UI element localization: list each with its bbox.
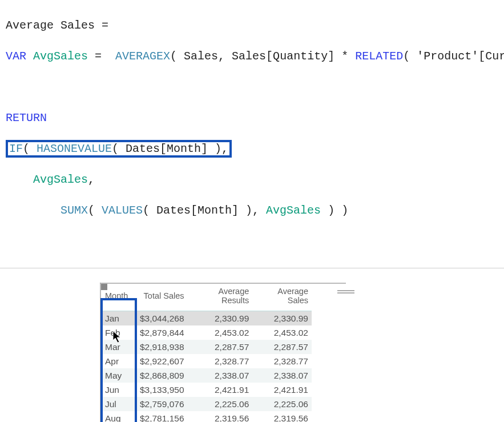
cell-average-sales: 2,421.91 xyxy=(252,383,312,397)
table-row[interactable]: Mar$2,918,9382,287.572,287.57 xyxy=(100,340,312,354)
cell-month: Feb xyxy=(100,325,131,340)
table-row[interactable]: Apr$2,922,6072,328.772,328.77 xyxy=(100,354,312,368)
code-token: = xyxy=(88,50,108,63)
col-total-sales[interactable]: Total Sales xyxy=(131,283,187,311)
cell-month: Jan xyxy=(100,311,131,326)
cell-average-sales: 2,319.56 xyxy=(252,411,312,422)
cell-average-sales: 2,338.07 xyxy=(252,368,312,383)
code-func-if: IF xyxy=(9,142,23,155)
code-variable: AvgSales xyxy=(26,50,88,63)
cell-average-sales: 2,225.06 xyxy=(252,397,312,411)
cell-average-results: 2,287.57 xyxy=(188,340,253,354)
cell-average-sales: 2,453.02 xyxy=(252,325,312,340)
cell-month: Apr xyxy=(100,354,131,368)
col-average-sales[interactable]: Average Sales xyxy=(252,283,312,311)
code-keyword-var: VAR xyxy=(6,50,26,63)
cell-total-sales: $2,868,809 xyxy=(131,368,187,383)
code-token: ) ) xyxy=(321,204,348,217)
table-row[interactable]: Jan$3,044,2682,330.992,330.99 xyxy=(100,311,312,326)
cell-total-sales: $2,781,156 xyxy=(131,411,187,422)
cell-average-results: 2,319.56 xyxy=(188,411,253,422)
cell-month: Jun xyxy=(100,383,131,397)
cell-total-sales: $3,133,950 xyxy=(131,383,187,397)
table-visual[interactable]: Month Total Sales Average Results Averag… xyxy=(100,283,346,422)
table-row[interactable]: Jun$3,133,9502,421.912,421.91 xyxy=(100,383,312,397)
dax-formula-editor[interactable]: Average Sales = VAR AvgSales = AVERAGEX(… xyxy=(0,0,504,268)
results-table[interactable]: Month Total Sales Average Results Averag… xyxy=(100,283,312,422)
cell-average-results: 2,421.91 xyxy=(188,383,253,397)
code-keyword-return: RETURN xyxy=(6,111,47,124)
code-token: Average Sales = xyxy=(6,19,108,32)
cell-average-results: 2,225.06 xyxy=(188,397,253,411)
code-token: ( xyxy=(23,142,37,155)
drag-grip-icon[interactable] xyxy=(337,290,354,294)
table-row[interactable]: May$2,868,8092,338.072,338.07 xyxy=(100,368,312,383)
cell-total-sales: $2,879,844 xyxy=(131,325,187,340)
cell-average-sales: 2,287.57 xyxy=(252,340,312,354)
col-average-results[interactable]: Average Results xyxy=(188,283,253,311)
code-func-averagex: AVERAGEX xyxy=(108,50,170,63)
code-token: , xyxy=(88,173,95,186)
cell-total-sales: $2,759,076 xyxy=(131,397,187,411)
code-variable: AvgSales xyxy=(6,173,88,186)
selection-border xyxy=(100,283,346,284)
highlight-box-hasonevalue: IF( HASONEVALUE( Dates[Month] ), xyxy=(6,140,232,158)
table-row[interactable]: Feb$2,879,8442,453.022,453.02 xyxy=(100,325,312,340)
code-func-related: RELATED xyxy=(355,50,403,63)
code-token: ( Dates[Month] ), xyxy=(143,204,266,217)
pane-divider xyxy=(0,268,504,268)
cell-month: Mar xyxy=(100,340,131,354)
code-func-values: VALUES xyxy=(102,204,143,217)
cell-average-results: 2,330.99 xyxy=(188,311,253,326)
code-token: ( 'Product'[Current Price] ) ) xyxy=(403,50,504,63)
code-token: ( Sales, Sales[Quantity] * xyxy=(170,50,355,63)
cell-month: Aug xyxy=(100,411,131,422)
code-token: ( xyxy=(88,204,102,217)
table-row[interactable]: Aug$2,781,1562,319.562,319.56 xyxy=(100,411,312,422)
cell-total-sales: $3,044,268 xyxy=(131,311,187,326)
table-header-row: Month Total Sales Average Results Averag… xyxy=(100,283,312,311)
cell-total-sales: $2,918,938 xyxy=(131,340,187,354)
cell-month: Jul xyxy=(100,397,131,411)
cell-average-results: 2,338.07 xyxy=(188,368,253,383)
cell-average-results: 2,328.77 xyxy=(188,354,253,368)
selection-border xyxy=(100,283,101,422)
table-row[interactable]: Jul$2,759,0762,225.062,225.06 xyxy=(100,397,312,411)
code-func-sumx: SUMX xyxy=(61,204,88,217)
code-indent xyxy=(6,204,61,217)
code-token: ( Dates[Month] ), xyxy=(112,142,228,155)
cell-average-sales: 2,330.99 xyxy=(252,311,312,326)
cell-average-sales: 2,328.77 xyxy=(252,354,312,368)
code-variable: AvgSales xyxy=(266,204,321,217)
cell-month: May xyxy=(100,368,131,383)
code-func-hasonevalue: HASONEVALUE xyxy=(37,142,112,155)
cell-average-results: 2,453.02 xyxy=(188,325,253,340)
cell-total-sales: $2,922,607 xyxy=(131,354,187,368)
